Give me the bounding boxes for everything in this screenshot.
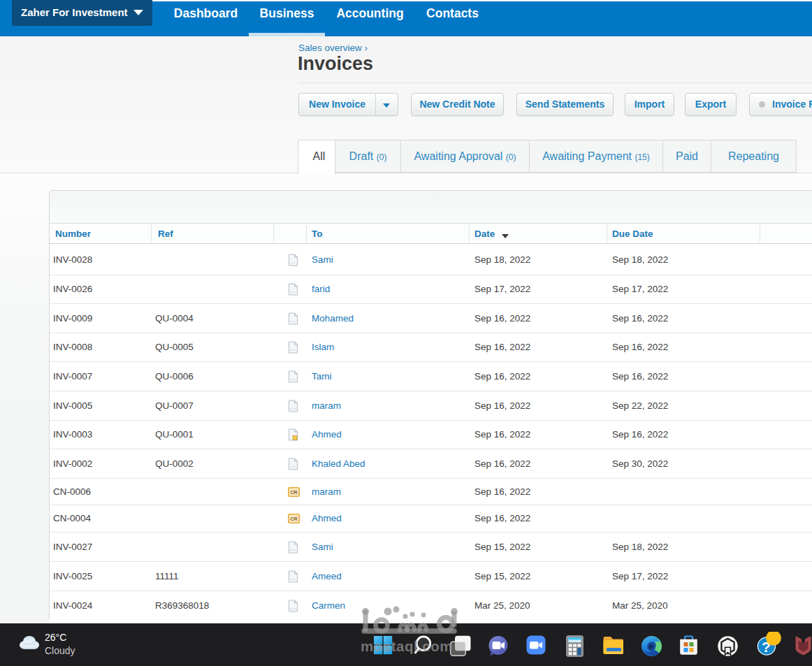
svg-text:CR: CR — [290, 490, 297, 495]
svg-text:CR: CR — [290, 516, 297, 521]
